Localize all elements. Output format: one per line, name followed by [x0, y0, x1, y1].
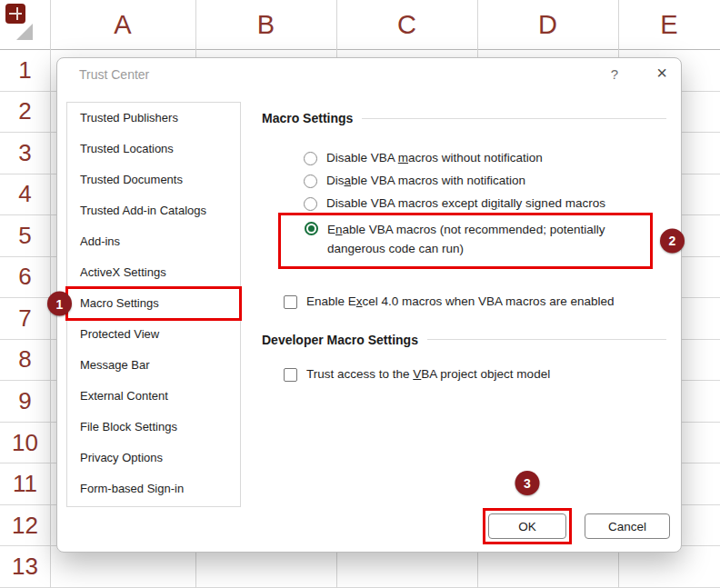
- section-divider: [362, 118, 666, 119]
- sidebar-item-privacy-options[interactable]: Privacy Options: [67, 443, 240, 473]
- sidebar-item-trusted-locations[interactable]: Trusted Locations: [67, 134, 240, 164]
- row-header-7[interactable]: 7: [0, 298, 50, 339]
- annotation-step-1-badge: 1: [47, 292, 72, 316]
- grid-row: 13: [0, 546, 720, 588]
- radio-enable-vba-macros[interactable]: Enable VBA macros (not recommended; pote…: [305, 221, 641, 259]
- checkbox-enable-excel4-macros[interactable]: Enable Excel 4.0 macros when VBA macros …: [262, 294, 666, 309]
- row-header-2[interactable]: 2: [0, 92, 50, 133]
- ok-button[interactable]: OK: [488, 513, 566, 539]
- checkbox-icon[interactable]: [284, 295, 297, 309]
- trust-center-dialog: Trust Center ? × Trusted Publishers Trus…: [56, 57, 682, 553]
- sidebar-item-form-based-sign-in[interactable]: Form-based Sign-in: [67, 473, 240, 504]
- macro-settings-radio-group: Disable VBA macros without notification …: [262, 151, 666, 211]
- row-header-11[interactable]: 11: [0, 463, 50, 504]
- macro-settings-panel: Macro Settings Disable VBA macros withou…: [262, 111, 666, 382]
- row-header-5[interactable]: 5: [0, 215, 50, 256]
- row-header-9[interactable]: 9: [0, 381, 50, 422]
- row-header-8[interactable]: 8: [0, 340, 50, 381]
- radio-disable-without-notification[interactable]: Disable VBA macros without notification: [304, 151, 666, 165]
- annotation-step-2-badge: 2: [660, 228, 685, 253]
- dialog-button-bar: 3 OK Cancel: [483, 508, 670, 544]
- row-header-6[interactable]: 6: [0, 257, 50, 298]
- select-all-triangle-icon: [16, 24, 33, 40]
- macro-settings-section-heading: Macro Settings: [262, 111, 666, 125]
- radio-label: Disable VBA macros except digitally sign…: [326, 196, 605, 210]
- annotation-step-3-badge: 3: [515, 471, 540, 495]
- sidebar-item-macro-settings[interactable]: Macro Settings 1: [67, 288, 240, 319]
- row-header-10[interactable]: 10: [0, 423, 50, 463]
- help-button[interactable]: ?: [603, 66, 626, 88]
- sidebar-item-activex-settings[interactable]: ActiveX Settings: [67, 257, 240, 288]
- annotation-step-2-frame: Enable VBA macros (not recommended; pote…: [278, 213, 653, 269]
- column-headers: A B C D E: [50, 0, 720, 50]
- annotation-step-3-frame: 3 OK: [483, 508, 572, 544]
- radio-button-icon[interactable]: [305, 222, 318, 235]
- cancel-button[interactable]: Cancel: [585, 513, 670, 539]
- radio-button-icon[interactable]: [304, 197, 317, 211]
- sidebar-item-add-ins[interactable]: Add-ins: [67, 226, 240, 257]
- column-header-b[interactable]: B: [195, 0, 336, 49]
- select-all-corner[interactable]: [0, 0, 50, 50]
- checkbox-icon[interactable]: [284, 368, 297, 382]
- radio-label: Disable VBA macros without notification: [326, 151, 543, 164]
- section-title: Developer Macro Settings: [262, 333, 418, 347]
- sidebar-item-protected-view[interactable]: Protected View: [67, 319, 240, 350]
- sidebar-item-trusted-documents[interactable]: Trusted Documents: [67, 164, 240, 195]
- checkbox-label: Enable Excel 4.0 macros when VBA macros …: [306, 294, 614, 308]
- sidebar-item-external-content[interactable]: External Content: [67, 381, 240, 412]
- radio-button-icon[interactable]: [304, 174, 317, 188]
- radio-label: Enable VBA macros (not recommended; pote…: [327, 221, 636, 259]
- sidebar-item-trusted-addin-catalogs[interactable]: Trusted Add-in Catalogs: [67, 195, 240, 226]
- dialog-title: Trust Center: [79, 67, 149, 82]
- sidebar-item-trusted-publishers[interactable]: Trusted Publishers: [67, 103, 240, 134]
- checkbox-label: Trust access to the VBA project object m…: [306, 367, 550, 381]
- close-icon[interactable]: ×: [648, 63, 675, 88]
- sidebar-item-message-bar[interactable]: Message Bar: [67, 350, 240, 381]
- column-header-d[interactable]: D: [477, 0, 618, 49]
- column-header-e[interactable]: E: [618, 0, 720, 49]
- sidebar-item-file-block-settings[interactable]: File Block Settings: [67, 412, 240, 443]
- radio-button-icon[interactable]: [304, 152, 317, 165]
- checkbox-trust-vba-object-model[interactable]: Trust access to the VBA project object m…: [262, 367, 666, 382]
- radio-label: Disable VBA macros with notification: [326, 174, 525, 187]
- row-header-4[interactable]: 4: [0, 174, 50, 215]
- excel-app-icon: [5, 4, 25, 24]
- radio-disable-except-signed[interactable]: Disable VBA macros except digitally sign…: [304, 196, 666, 211]
- developer-macro-settings-heading: Developer Macro Settings: [262, 333, 666, 347]
- row-header-1[interactable]: 1: [0, 50, 50, 91]
- row-header-12[interactable]: 12: [0, 505, 50, 546]
- section-divider: [427, 339, 666, 340]
- column-header-a[interactable]: A: [50, 0, 195, 49]
- radio-disable-with-notification[interactable]: Disable VBA macros with notification: [304, 174, 666, 188]
- trust-center-sidebar: Trusted Publishers Trusted Locations Tru…: [66, 102, 241, 507]
- row-header-13[interactable]: 13: [0, 546, 50, 587]
- row-header-3[interactable]: 3: [0, 133, 50, 174]
- sidebar-item-label: Macro Settings: [80, 296, 159, 310]
- section-title: Macro Settings: [262, 111, 353, 125]
- column-header-c[interactable]: C: [336, 0, 477, 49]
